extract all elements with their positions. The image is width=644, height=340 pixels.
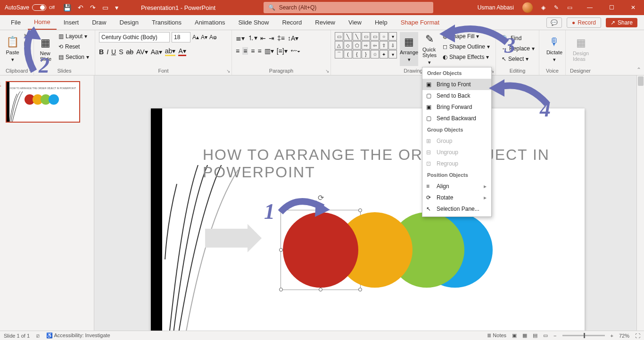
dictate-button[interactable]: 🎙 Dictate▾ xyxy=(543,32,566,66)
slideshow-icon[interactable]: ▭ xyxy=(102,4,108,11)
increase-font-icon[interactable]: A▴ xyxy=(192,34,199,41)
change-case-button[interactable]: Aa▾ xyxy=(151,48,162,56)
justify-icon[interactable]: ≡ xyxy=(258,47,262,55)
section-button[interactable]: ▤Section▾ xyxy=(57,53,91,61)
record-button[interactable]: ●Record xyxy=(567,17,601,28)
scroll-thumb[interactable] xyxy=(638,76,644,86)
slideshow-view-icon[interactable]: ▭ xyxy=(543,332,548,339)
increase-indent-icon[interactable]: ⇥ xyxy=(269,34,274,42)
arrange-button[interactable]: ▦ Arrange▾ xyxy=(400,32,418,66)
underline-button[interactable]: U xyxy=(111,48,116,56)
align-right-icon[interactable]: ≡ xyxy=(251,47,255,55)
line-spacing-icon[interactable]: ‡≡ xyxy=(277,34,285,42)
text-direction-icon[interactable]: ↕A▾ xyxy=(288,34,298,42)
sorter-view-icon[interactable]: ▦ xyxy=(522,332,527,339)
tab-slideshow[interactable]: Slide Show xyxy=(232,16,275,29)
save-icon[interactable]: 💾 xyxy=(63,4,71,11)
reading-view-icon[interactable]: ▤ xyxy=(533,332,537,339)
slide-thumbnail-1[interactable]: HOW TO ARRANGE THE ORDER OBJECT IN POWER… xyxy=(6,81,80,123)
strike-button[interactable]: ab xyxy=(126,48,133,56)
align-left-icon[interactable]: ≡ xyxy=(236,47,239,55)
slide-counter[interactable]: Slide 1 of 1 xyxy=(4,333,30,339)
share-button[interactable]: ↗Share xyxy=(606,18,637,27)
send-to-back-item[interactable]: ▢Send to Back xyxy=(422,90,491,101)
wand-icon[interactable]: ✎ xyxy=(554,4,559,11)
bold-button[interactable]: B xyxy=(99,48,104,56)
dialog-launcher-icon[interactable]: ↘ xyxy=(226,68,230,74)
bring-forward-item[interactable]: ▣Bring Forward xyxy=(422,101,491,113)
resize-handle[interactable] xyxy=(358,288,362,291)
tab-transitions[interactable]: Transitions xyxy=(146,16,188,29)
zoom-in-icon[interactable]: + xyxy=(611,333,613,339)
notes-button[interactable]: ≣ Notes xyxy=(487,332,506,339)
user-name[interactable]: Usman Abbasi xyxy=(478,4,514,11)
highlight-button[interactable]: ab▾ xyxy=(165,47,176,56)
zoom-slider[interactable] xyxy=(562,335,605,336)
tab-review[interactable]: Review xyxy=(309,16,341,29)
toggle-off-icon[interactable] xyxy=(32,4,46,11)
font-color-button[interactable]: A▾ xyxy=(178,47,186,56)
decrease-indent-icon[interactable]: ⇤ xyxy=(260,34,266,42)
bring-to-front-item[interactable]: ▣Bring to Front xyxy=(422,79,491,90)
tab-view[interactable]: View xyxy=(342,16,368,29)
char-spacing-button[interactable]: AV▾ xyxy=(136,48,148,56)
resize-handle[interactable] xyxy=(319,288,322,291)
ribbon-display-icon[interactable]: ▭ xyxy=(567,4,572,11)
quick-styles-button[interactable]: ✎ Quick Styles▾ xyxy=(421,32,438,66)
avatar[interactable] xyxy=(522,2,533,13)
tab-shape-format[interactable]: Shape Format xyxy=(395,16,446,29)
clear-formatting-icon[interactable]: Aⱷ xyxy=(209,34,217,41)
reset-button[interactable]: ⟲Reset xyxy=(57,42,91,51)
tab-record[interactable]: Record xyxy=(276,16,308,29)
minimize-button[interactable]: — xyxy=(579,0,601,15)
resize-handle[interactable] xyxy=(279,288,283,291)
zoom-percent[interactable]: 72% xyxy=(619,333,629,339)
shapes-gallery[interactable]: ▭╲╲▭▭○▾ △◇⬠⇨⇦⇧⇩ ⌒({}☆✦▾ xyxy=(335,32,397,58)
font-family-combo[interactable]: Century Gothic (Body) xyxy=(99,32,170,42)
slide-title[interactable]: HOW TO ARRANGE THE ORDER OBJECT IN POWER… xyxy=(203,146,566,181)
arrow-shape[interactable] xyxy=(205,224,262,257)
align-center-icon[interactable]: ≡ xyxy=(242,47,248,55)
autosave-toggle[interactable]: AutoSave Off xyxy=(0,4,59,11)
layout-button[interactable]: ▥Layout▾ xyxy=(57,32,91,41)
fit-slide-icon[interactable]: ⛶ xyxy=(635,333,640,339)
tab-design[interactable]: Design xyxy=(114,16,145,29)
bullets-button[interactable]: ≣▾ xyxy=(236,34,245,42)
paste-button[interactable]: 📋 Paste ▾ xyxy=(4,32,21,66)
design-ideas-button[interactable]: ▦ Design Ideas xyxy=(570,32,592,66)
smartart-icon[interactable]: ⬳▾ xyxy=(290,47,300,55)
comments-button[interactable]: 💬 xyxy=(546,17,562,28)
accessibility-status[interactable]: ♿ Accessibility: Investigate xyxy=(46,332,110,339)
maximize-button[interactable]: ☐ xyxy=(601,0,622,15)
language-icon[interactable]: ⎚ xyxy=(36,333,40,339)
selection-pane-item[interactable]: ↖Selection Pane... xyxy=(422,203,491,215)
font-size-combo[interactable]: 18 xyxy=(172,32,190,42)
align-text-icon[interactable]: [≡]▾ xyxy=(277,47,288,55)
vertical-scrollbar[interactable] xyxy=(636,75,644,332)
redo-icon[interactable]: ↷ xyxy=(90,4,96,11)
tab-draw[interactable]: Draw xyxy=(86,16,112,29)
tab-animations[interactable]: Animations xyxy=(189,16,231,29)
align-item[interactable]: ≡Align▸ xyxy=(422,181,491,192)
tab-help[interactable]: Help xyxy=(369,16,394,29)
qat-more-icon[interactable]: ▾ xyxy=(115,4,118,11)
normal-view-icon[interactable]: ▣ xyxy=(512,332,517,339)
diamond-icon[interactable]: ◈ xyxy=(541,4,545,11)
numbering-button[interactable]: ⒈▾ xyxy=(248,34,257,42)
decrease-font-icon[interactable]: A▾ xyxy=(201,34,207,41)
dialog-launcher-icon[interactable]: ↘ xyxy=(325,68,329,74)
resize-handle[interactable] xyxy=(279,248,283,252)
close-button[interactable]: ✕ xyxy=(622,0,644,15)
send-backward-item[interactable]: ▢Send Backward xyxy=(422,113,491,124)
slide-canvas[interactable]: HOW TO ARRANGE THE ORDER OBJECT IN POWER… xyxy=(94,75,644,332)
undo-icon[interactable]: ↶ xyxy=(78,4,83,11)
rotate-item[interactable]: ⟳Rotate▸ xyxy=(422,192,491,203)
italic-button[interactable]: I xyxy=(107,48,108,56)
zoom-out-icon[interactable]: − xyxy=(553,333,556,339)
tab-insert[interactable]: Insert xyxy=(58,16,85,29)
shadow-button[interactable]: S xyxy=(119,48,123,56)
shape-effects-button[interactable]: ◐Shape Effects▾ xyxy=(441,53,492,61)
columns-icon[interactable]: ▥▾ xyxy=(264,47,274,55)
resize-handle[interactable] xyxy=(358,208,362,212)
search-box[interactable]: 🔍 Search (Alt+Q) xyxy=(264,2,433,13)
